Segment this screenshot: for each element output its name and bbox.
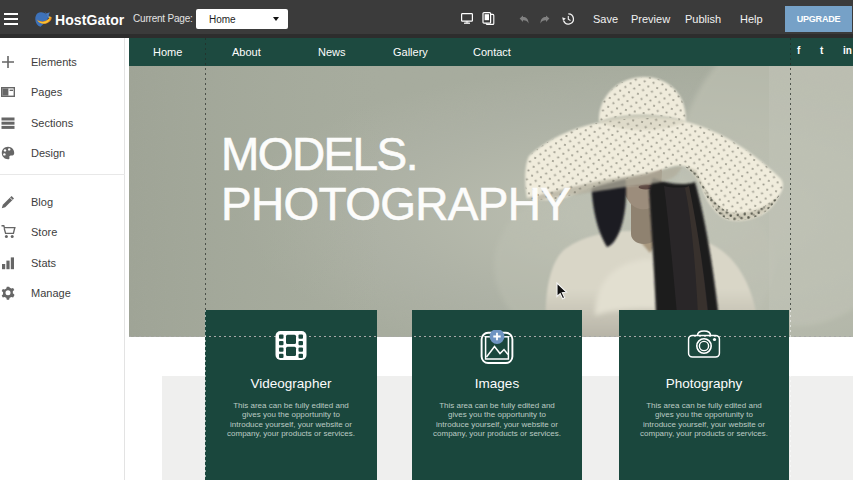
svg-text:MODELS.: MODELS. <box>221 128 417 180</box>
svg-text:PHOTOGRAPHY: PHOTOGRAPHY <box>221 178 570 230</box>
